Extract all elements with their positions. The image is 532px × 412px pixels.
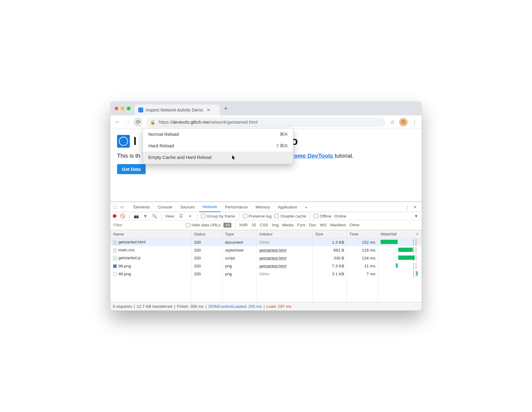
profile-avatar[interactable]: 🐵: [399, 118, 408, 126]
initiator-link[interactable]: getstarted.html: [259, 248, 286, 252]
tab-title: Inspect Network Activity Demo: [146, 108, 203, 112]
table-row[interactable]: 96.png 200 png getstarted.html 7.3 KB 11…: [111, 262, 422, 270]
table-row[interactable]: getstarted.html 200 document Other 1.3 K…: [111, 238, 422, 246]
group-by-frame-checkbox[interactable]: Group by frame: [201, 214, 235, 218]
status-load: Load: 297 ms: [267, 304, 292, 309]
back-button[interactable]: ←: [113, 118, 122, 127]
record-icon[interactable]: [113, 214, 116, 218]
get-data-button[interactable]: Get Data: [117, 164, 146, 174]
tab-performance[interactable]: Performance: [221, 202, 251, 212]
menu-icon[interactable]: ⋮: [410, 118, 419, 127]
tab-elements[interactable]: Elements: [130, 202, 154, 212]
reload-button[interactable]: ⟳: [133, 118, 143, 127]
hide-data-urls-checkbox[interactable]: Hide data URLs: [186, 223, 220, 227]
tab-console[interactable]: Console: [154, 202, 176, 212]
reload-context-menu: Normal Reload ⌘R Hard Reload ⇧⌘R Empty C…: [143, 128, 293, 164]
cell-time: 116 ms: [347, 246, 378, 254]
cell-waterfall: [378, 270, 421, 278]
col-status[interactable]: Status: [191, 230, 222, 238]
offline-checkbox[interactable]: Offline: [314, 214, 331, 218]
menu-normal-reload[interactable]: Normal Reload ⌘R: [143, 129, 293, 140]
cell-type: script: [223, 254, 257, 262]
maximize-window-icon[interactable]: [127, 107, 130, 110]
tab-application[interactable]: Application: [274, 202, 301, 212]
filter-icon[interactable]: ▼: [142, 214, 148, 218]
tab-memory[interactable]: Memory: [252, 202, 274, 212]
menu-empty-cache-hard-reload[interactable]: Empty Cache and Hard Reload: [143, 152, 293, 164]
inspect-icon[interactable]: ⬚: [112, 205, 118, 209]
col-name[interactable]: Name: [111, 230, 192, 238]
disable-cache-checkbox[interactable]: Disable cache: [275, 214, 306, 218]
cell-name: main.css: [111, 246, 192, 254]
devtools: ⬚ ▭ Elements Console Sources Network Per…: [110, 202, 422, 311]
menu-hard-reload[interactable]: Hard Reload ⇧⌘R: [143, 140, 293, 152]
cell-status: 200: [191, 238, 222, 246]
cell-size: 1.3 KB: [313, 238, 347, 246]
cell-waterfall: [378, 262, 421, 270]
tab-sources[interactable]: Sources: [177, 202, 199, 212]
col-time[interactable]: Time: [347, 230, 378, 238]
status-requests: 5 requests: [113, 304, 132, 309]
filter-all[interactable]: All: [223, 223, 231, 228]
forward-button[interactable]: →: [123, 118, 132, 127]
col-type[interactable]: Type: [223, 230, 257, 238]
close-tab-icon[interactable]: ✕: [206, 108, 210, 112]
table-row[interactable]: 48.png 200 png Other 3.1 KB 7 ms: [111, 270, 422, 278]
throttle-select[interactable]: Online: [334, 214, 346, 218]
search-icon[interactable]: 🔍: [151, 214, 157, 218]
filter-type-doc[interactable]: Doc: [309, 223, 316, 227]
status-bar: 5 requests | 12.7 KB transferred | Finis…: [110, 302, 422, 311]
filter-input[interactable]: [113, 221, 183, 228]
network-filter-bar: Hide data URLs All XHRJSCSSImgMediaFontD…: [110, 220, 422, 230]
cell-name: getstarted.js: [111, 254, 192, 262]
table-row[interactable]: main.css 200 stylesheet getstarted.html …: [111, 246, 422, 254]
col-waterfall[interactable]: Waterfall▲: [378, 230, 421, 238]
page-logo-icon: [117, 135, 130, 148]
cell-initiator: Other: [257, 238, 313, 246]
url: https://devtools.glitch.me/network/getst…: [159, 119, 257, 125]
status-finish: Finish: 306 ms: [177, 304, 204, 309]
initiator-link[interactable]: getstarted.html: [259, 256, 286, 260]
cell-size: 330 B: [313, 254, 347, 262]
cell-waterfall: [378, 254, 421, 262]
device-toggle-icon[interactable]: ▭: [119, 205, 125, 209]
filter-type-xhr[interactable]: XHR: [239, 223, 248, 227]
initiator-link[interactable]: getstarted.html: [259, 264, 286, 268]
address-bar[interactable]: 🔒 https://devtools.glitch.me/network/get…: [146, 117, 385, 127]
bookmark-icon[interactable]: ☆: [388, 119, 397, 125]
col-initiator[interactable]: Initiator: [257, 230, 313, 238]
filter-type-img[interactable]: Img: [272, 223, 279, 227]
table-header-row: Name Status Type Initiator Size Time Wat…: [111, 230, 422, 238]
filter-type-other[interactable]: Other: [349, 223, 360, 227]
network-table: Name Status Type Initiator Size Time Wat…: [110, 230, 422, 278]
camera-icon[interactable]: 📷: [133, 214, 139, 218]
large-rows-icon[interactable]: ☰: [178, 214, 184, 218]
preserve-log-checkbox[interactable]: Preserve log: [243, 214, 272, 218]
tab-overflow-icon[interactable]: »: [301, 202, 311, 212]
lock-icon: 🔒: [150, 119, 156, 125]
close-window-icon[interactable]: [115, 107, 118, 110]
devtools-tabs: ⬚ ▭ Elements Console Sources Network Per…: [110, 202, 422, 212]
clear-icon[interactable]: 🚫: [119, 214, 126, 218]
filter-type-css[interactable]: CSS: [260, 223, 268, 227]
cell-time: 11 ms: [347, 262, 378, 270]
filter-type-font[interactable]: Font: [297, 223, 306, 227]
minimize-window-icon[interactable]: [121, 107, 124, 110]
filter-type-manifest[interactable]: Manifest: [330, 223, 346, 227]
new-tab-button[interactable]: +: [220, 105, 232, 112]
devtools-menu-icon[interactable]: ⋮: [405, 205, 409, 209]
filter-type-js[interactable]: JS: [251, 223, 256, 227]
devtools-close-icon[interactable]: ✕: [413, 205, 417, 209]
filter-type-ws[interactable]: WS: [320, 223, 327, 227]
filter-type-media[interactable]: Media: [282, 223, 294, 227]
cell-type: document: [223, 238, 257, 246]
col-size[interactable]: Size: [313, 230, 347, 238]
status-transferred: 12.7 KB transferred: [137, 304, 172, 309]
tab-network[interactable]: Network: [199, 202, 221, 212]
browser-tab[interactable]: Inspect Network Activity Demo ✕: [135, 105, 220, 115]
cell-name: 96.png: [111, 262, 192, 270]
drawer-toggle-icon[interactable]: ▼: [413, 214, 419, 218]
table-row[interactable]: getstarted.js 200 script getstarted.html…: [111, 254, 422, 262]
overview-icon[interactable]: ≡: [187, 214, 193, 218]
cell-name: getstarted.html: [111, 238, 192, 246]
